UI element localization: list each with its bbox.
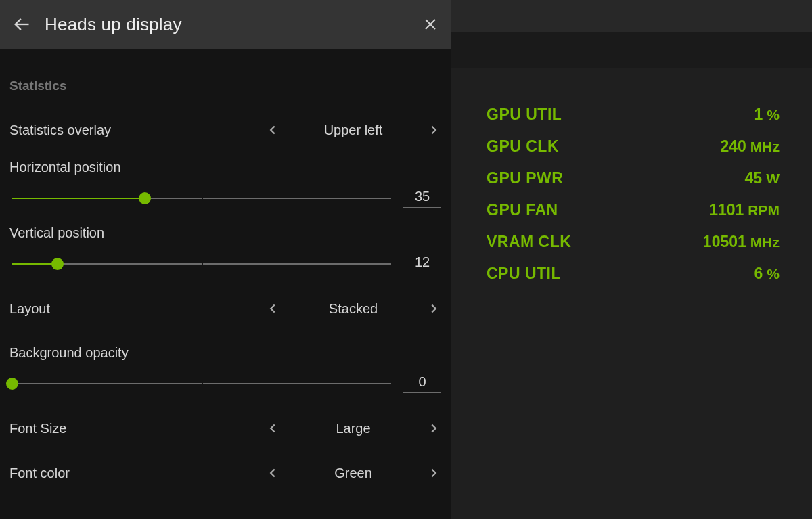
stat-value: 1 [754, 106, 763, 124]
statistics-overlay-label: Statistics overlay [9, 122, 265, 138]
chevron-left-icon[interactable] [265, 122, 280, 137]
settings-body: Statistics Statistics overlay Upper left… [0, 49, 451, 519]
background-opacity-row: 0 [9, 374, 441, 393]
slider-divider [202, 193, 203, 204]
font-color-label: Font color [9, 466, 265, 481]
chevron-left-icon[interactable] [265, 421, 280, 436]
layout-selector: Layout Stacked [9, 291, 441, 326]
right-top-bar [451, 0, 812, 32]
layout-control: Stacked [265, 301, 441, 317]
font-color-control: Green [265, 466, 441, 481]
horizontal-position-value[interactable]: 35 [403, 189, 441, 208]
statistics-overlay-control: Upper left [265, 122, 441, 138]
stat-unit: MHz [750, 234, 780, 250]
font-color-value: Green [280, 466, 426, 481]
stat-value-group: 1% [754, 106, 780, 124]
stat-unit: % [767, 107, 780, 123]
preview-panel: GPU UTIL1%GPU CLK240MHzGPU PWR45WGPU FAN… [451, 0, 812, 519]
stat-value: 10501 [703, 233, 746, 251]
stat-value-group: 1101RPM [709, 201, 780, 219]
vertical-position-label: Vertical position [9, 225, 441, 241]
chevron-right-icon[interactable] [426, 301, 441, 316]
stat-label: GPU CLK [487, 137, 559, 156]
stat-value: 45 [745, 169, 763, 187]
slider-divider [202, 258, 203, 269]
page-title: Heads up display [45, 14, 422, 35]
chevron-right-icon[interactable] [426, 466, 441, 480]
stat-label: CPU UTIL [487, 265, 561, 283]
stat-label: GPU UTIL [487, 106, 562, 124]
stat-value-group: 240MHz [720, 137, 780, 156]
back-arrow-icon[interactable] [12, 15, 31, 34]
stat-value-group: 6% [754, 265, 780, 283]
stat-label: GPU PWR [487, 169, 563, 187]
header-bar: Heads up display [0, 0, 451, 49]
main-container: Heads up display Statistics Statistics o… [0, 0, 812, 519]
close-icon[interactable] [422, 16, 438, 32]
stat-row: GPU FAN1101RPM [487, 201, 780, 233]
statistics-overlay-selector: Statistics overlay Upper left [9, 112, 441, 148]
vertical-position-row: 12 [9, 254, 441, 273]
horizontal-position-row: 35 [9, 189, 441, 208]
background-opacity-label: Background opacity [9, 345, 441, 361]
stat-row: GPU PWR45W [487, 169, 780, 201]
chevron-right-icon[interactable] [426, 421, 441, 436]
layout-label: Layout [9, 301, 265, 317]
stat-label: GPU FAN [487, 201, 558, 219]
overlay-preview: GPU UTIL1%GPU CLK240MHzGPU PWR45WGPU FAN… [451, 68, 812, 519]
vertical-position-value[interactable]: 12 [403, 254, 441, 273]
slider-thumb[interactable] [51, 258, 64, 270]
font-size-selector: Font Size Large [9, 411, 441, 446]
slider-thumb[interactable] [6, 378, 18, 390]
slider-fill [12, 263, 58, 265]
chevron-left-icon[interactable] [265, 466, 280, 480]
stat-value: 240 [720, 137, 746, 156]
vertical-position-group: Vertical position 12 [9, 225, 441, 273]
background-opacity-value[interactable]: 0 [403, 374, 441, 393]
chevron-right-icon[interactable] [426, 122, 441, 137]
horizontal-position-label: Horizontal position [9, 160, 441, 175]
slider-fill [12, 198, 145, 199]
stat-label: VRAM CLK [487, 233, 571, 251]
stat-value: 6 [754, 265, 763, 283]
stat-unit: MHz [750, 139, 780, 155]
stat-row: CPU UTIL6% [487, 265, 780, 296]
slider-thumb[interactable] [139, 192, 151, 204]
font-color-selector: Font color Green [9, 455, 441, 491]
stat-value: 1101 [709, 201, 744, 219]
stat-unit: % [767, 266, 780, 282]
font-size-label: Font Size [9, 421, 265, 436]
font-size-value: Large [280, 421, 426, 436]
font-size-control: Large [265, 421, 441, 436]
settings-panel: Heads up display Statistics Statistics o… [0, 0, 451, 519]
stat-value-group: 45W [745, 169, 780, 187]
horizontal-position-slider[interactable] [12, 191, 391, 205]
background-opacity-group: Background opacity 0 [9, 345, 441, 393]
stat-unit: RPM [748, 202, 780, 219]
slider-divider [202, 378, 203, 389]
right-sub-bar [451, 32, 812, 68]
stat-unit: W [766, 171, 780, 187]
vertical-position-slider[interactable] [12, 257, 391, 271]
statistics-overlay-value: Upper left [280, 122, 426, 138]
background-opacity-slider[interactable] [12, 377, 391, 390]
stat-row: GPU UTIL1% [487, 106, 780, 137]
stat-row: VRAM CLK10501MHz [487, 233, 780, 265]
section-label: Statistics [9, 78, 441, 93]
stat-row: GPU CLK240MHz [487, 137, 780, 169]
stat-value-group: 10501MHz [703, 233, 780, 251]
horizontal-position-group: Horizontal position 35 [9, 160, 441, 208]
chevron-left-icon[interactable] [265, 301, 280, 316]
layout-value: Stacked [280, 301, 426, 317]
